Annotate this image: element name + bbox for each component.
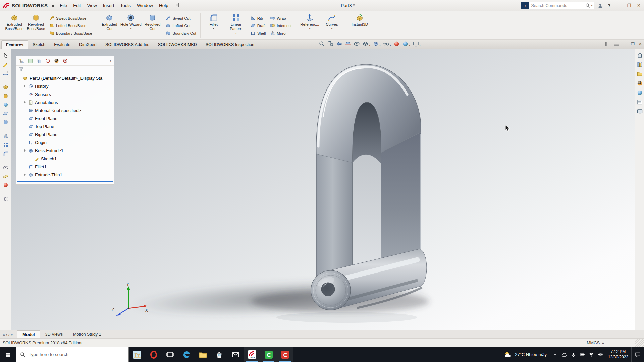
revolve-icon[interactable] — [3, 93, 9, 99]
taskbar-search[interactable] — [16, 347, 129, 362]
display-style-icon[interactable]: ▾ — [373, 41, 381, 47]
taskbar-search-input[interactable] — [29, 352, 125, 357]
units-caret-icon[interactable]: ▲ — [602, 341, 604, 344]
pin-icon[interactable] — [174, 3, 179, 8]
battery-icon[interactable] — [578, 347, 587, 362]
sphere-icon[interactable] — [3, 102, 9, 108]
rollback-bar[interactable] — [17, 181, 113, 182]
dropdown-caret-icon[interactable]: ▾ — [419, 44, 421, 47]
swept-boss-base-button[interactable]: Swept Boss/Base — [48, 15, 94, 22]
back-arrow-icon[interactable]: ◀ — [51, 3, 54, 8]
menu-file[interactable]: File — [57, 0, 70, 11]
previous-view-icon[interactable] — [336, 41, 342, 47]
panel-expand-chevron-icon[interactable]: › — [110, 58, 111, 63]
app-castle-icon[interactable] — [129, 347, 145, 362]
menu-view[interactable]: View — [84, 0, 100, 11]
zoom-area-icon[interactable] — [327, 41, 334, 47]
view-orientation-icon[interactable]: ▾ — [362, 41, 370, 47]
dimension-icon[interactable] — [3, 70, 9, 76]
tree-item-boss-extrude1[interactable]: Boss-Extrude1 — [16, 146, 114, 155]
expand-arrow-icon[interactable] — [23, 149, 27, 152]
revolved-cut-button[interactable]: Revolved Cut — [142, 12, 163, 39]
cam-tab-icon[interactable] — [62, 58, 68, 64]
revolved-boss-base-button[interactable]: Revolved Boss/Base — [25, 12, 47, 39]
zoom-fit-icon[interactable] — [319, 41, 325, 47]
app-c-green-icon[interactable]: C — [260, 347, 277, 362]
hidden-icons-chevron[interactable] — [551, 347, 560, 362]
eye-icon[interactable] — [3, 165, 9, 171]
close-icon[interactable]: ✕ — [636, 3, 642, 8]
volume-icon[interactable] — [596, 347, 605, 362]
resize-gripper[interactable] — [635, 339, 644, 347]
tree-item-material[interactable]: Material <not specified> — [16, 106, 114, 114]
shell-button[interactable]: Shell — [249, 30, 268, 37]
tab-solidworks-add-ins[interactable]: SOLIDWORKS Add-Ins — [101, 40, 154, 49]
rib-button[interactable]: Rib — [249, 15, 268, 22]
intersect-button[interactable]: Intersect — [268, 22, 293, 29]
instant3d-button[interactable]: Instant3D — [347, 12, 372, 39]
extruded-cut-button[interactable]: Extruded Cut — [99, 12, 120, 39]
tab-3d-views[interactable]: 3D Views — [40, 330, 68, 338]
tree-filter[interactable] — [16, 66, 114, 73]
fillet-button[interactable]: Fillet ▾ — [203, 12, 224, 39]
start-button[interactable] — [0, 347, 16, 362]
edit-appearance-icon[interactable] — [393, 41, 400, 47]
view-palette-icon[interactable] — [637, 108, 643, 115]
action-center-button[interactable] — [631, 347, 644, 362]
microphone-icon[interactable] — [569, 347, 578, 362]
home-icon[interactable] — [637, 52, 643, 58]
boundary-cut-button[interactable]: Boundary Cut — [164, 30, 198, 37]
tab-solidworks-mbd[interactable]: SOLIDWORKS MBD — [154, 40, 201, 49]
dropdown-caret-icon[interactable]: ▾ — [409, 44, 410, 47]
search-scope-icon[interactable]: › — [521, 2, 529, 9]
dropdown-caret-icon[interactable]: ▾ — [130, 27, 131, 30]
scenes-icon[interactable] — [637, 89, 643, 96]
help-icon[interactable]: ? — [606, 3, 612, 8]
tab-scroll-arrows[interactable]: «‹›» — [3, 332, 14, 337]
units-selector[interactable]: MMGS — [587, 341, 600, 345]
featuremanager-tab-icon[interactable] — [19, 58, 24, 64]
search-caret-icon[interactable]: ▾ — [590, 4, 594, 7]
graphics-area[interactable]: › Part3 (Default<<Default>_Display Sta H… — [11, 49, 635, 330]
select-icon[interactable] — [3, 53, 9, 59]
tab-sketch[interactable]: Sketch — [28, 40, 50, 49]
expand-arrow-icon[interactable] — [23, 101, 27, 104]
curves-button[interactable]: Curves ▾ — [321, 12, 342, 39]
dropdown-caret-icon[interactable]: ▾ — [390, 44, 391, 47]
draft-button[interactable]: Draft — [249, 22, 268, 29]
expand-arrow-icon[interactable] — [23, 173, 27, 176]
configurationmanager-tab-icon[interactable] — [36, 58, 42, 64]
edge-icon[interactable] — [178, 347, 195, 362]
solidworks-app-icon[interactable]: 2018 — [244, 347, 260, 362]
tab-evaluate[interactable]: Evaluate — [50, 40, 75, 49]
lofted-boss-base-button[interactable]: Lofted Boss/Base — [48, 22, 94, 29]
gear-icon[interactable] — [3, 196, 9, 202]
tree-item-top-plane[interactable]: Top Plane — [16, 122, 114, 130]
extruded-boss-base-button[interactable]: Extruded Boss/Base — [4, 12, 25, 39]
mail-icon[interactable] — [227, 347, 244, 362]
file-explorer-icon[interactable] — [637, 71, 643, 77]
tab-solidworks-inspection[interactable]: SOLIDWORKS Inspection — [201, 40, 259, 49]
boundary-boss-base-button[interactable]: Boundary Boss/Base — [48, 30, 94, 37]
hole-wizard-button[interactable]: Hole Wizard ▾ — [120, 12, 142, 39]
appearance-icon[interactable] — [3, 182, 9, 188]
menu-insert[interactable]: Insert — [100, 0, 117, 11]
annotation-views-icon[interactable] — [354, 41, 360, 47]
wifi-icon[interactable] — [587, 347, 596, 362]
tree-item-annotations[interactable]: Annotations — [16, 98, 114, 106]
sketch-icon[interactable] — [3, 61, 9, 67]
dimxpertmanager-tab-icon[interactable] — [45, 58, 51, 64]
dropdown-caret-icon[interactable]: ▾ — [213, 27, 214, 30]
displaymanager-tab-icon[interactable] — [54, 58, 59, 64]
opera-icon[interactable] — [145, 347, 162, 362]
maximize-icon[interactable]: ❐ — [626, 3, 632, 8]
menu-edit[interactable]: Edit — [70, 0, 84, 11]
cylinder-icon[interactable] — [3, 119, 9, 125]
tree-item-history[interactable]: History — [16, 82, 114, 90]
app-c-red-icon[interactable]: C — [277, 347, 293, 362]
tree-item-part[interactable]: Part3 (Default<<Default>_Display Sta — [16, 74, 114, 82]
tab-model[interactable]: Model — [17, 330, 40, 338]
menu-window[interactable]: Window — [134, 0, 156, 11]
swept-cut-button[interactable]: Swept Cut — [164, 15, 198, 22]
cloud-icon[interactable] — [560, 347, 569, 362]
